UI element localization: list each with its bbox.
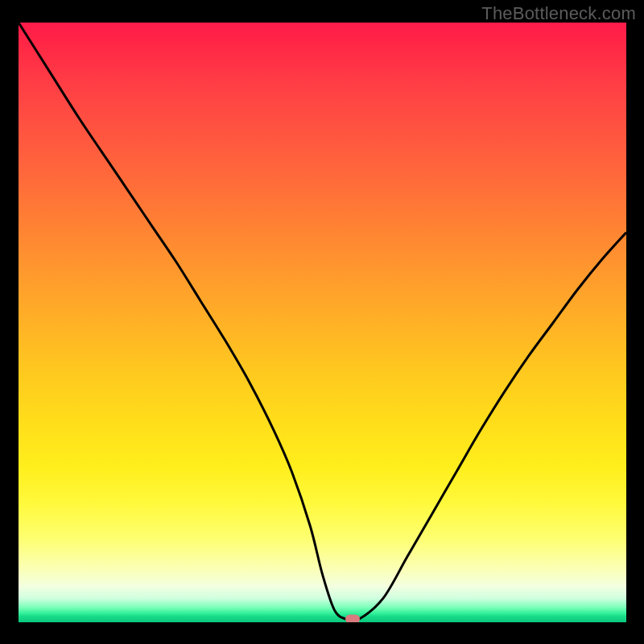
bottleneck-curve — [19, 23, 626, 622]
plot-area — [19, 23, 626, 622]
optimal-point-marker — [345, 615, 360, 622]
chart-frame: TheBottleneck.com — [0, 0, 644, 644]
watermark-text: TheBottleneck.com — [481, 3, 636, 24]
